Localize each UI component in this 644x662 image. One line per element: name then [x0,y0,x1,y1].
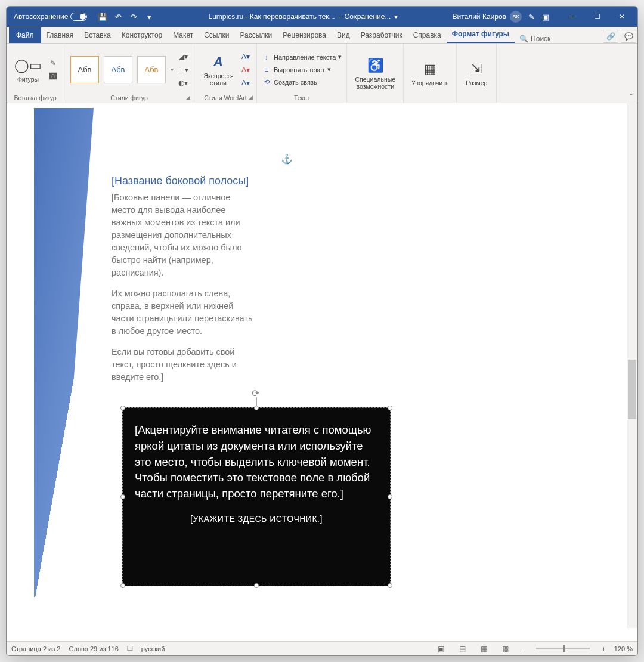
text-direction-button[interactable]: ↕Направление текста ▾ [262,52,342,62]
resize-handle-bm[interactable] [254,583,259,588]
tab-review[interactable]: Рецензирова [277,27,332,43]
textbox-content[interactable]: [Акцентируйте внимание читателя с помощь… [123,408,390,509]
status-page[interactable]: Страница 2 из 2 [11,645,60,652]
tab-file[interactable]: Файл [9,27,41,43]
window-controls: ─ ☐ ✕ [560,8,634,25]
tab-home[interactable]: Главная [41,27,79,43]
sidebar-decoration [34,108,94,597]
arrange-icon: ▦ [420,60,439,79]
express-styles-button[interactable]: A Экспресс-стили [199,49,237,91]
group-text: ↕Направление текста ▾ ≡Выровнять текст ▾… [257,44,347,103]
text-fill-icon[interactable]: A▾ [240,51,252,62]
tab-shape-format[interactable]: Формат фигуры [447,26,515,43]
arrange-button[interactable]: ▦ Упорядочить [408,52,451,94]
anchor-icon: ⚓ [281,153,293,165]
edit-shape-icon[interactable]: ✎ [47,58,59,69]
autosave-toggle[interactable]: Автосохранение [14,13,87,21]
tab-insert[interactable]: Вставка [79,27,116,43]
resize-handle-br[interactable] [388,583,392,588]
shape-style-2[interactable]: Абв [104,56,132,83]
tab-design[interactable]: Конструктор [116,27,168,43]
status-words[interactable]: Слово 29 из 116 [69,645,118,652]
size-icon: ⇲ [467,60,486,79]
scroll-thumb[interactable] [628,360,636,419]
zoom-out-button[interactable]: − [521,645,524,652]
status-bar: Страница 2 из 2 Слово 29 из 116 ❏ русски… [7,641,637,655]
resize-handle-tl[interactable] [120,406,125,410]
web-layout-icon[interactable]: ▩ [499,644,512,654]
wordart-launcher-icon[interactable]: ◢ [249,94,253,100]
proofing-icon[interactable]: ❏ [127,645,133,652]
zoom-in-button[interactable]: + [602,645,605,652]
group-label-text: Текст [262,93,342,101]
zoom-level[interactable]: 120 % [614,645,633,652]
tab-mailings[interactable]: Рассылки [234,27,277,43]
group-accessibility: ♿ Специальные возможности [347,44,404,103]
text-outline-icon[interactable]: A▾ [240,64,252,75]
read-mode-icon[interactable]: ▤ [456,644,469,654]
text-effects-icon[interactable]: A▾ [240,78,252,88]
share-button[interactable]: 🔗 [603,30,618,43]
page[interactable]: ⚓ [Название боковой полосы] [Боковые пан… [23,103,608,641]
zoom-slider[interactable] [536,648,590,649]
shape-effects-icon[interactable]: ◐▾ [177,78,189,88]
shape-styles-more-icon[interactable]: ▾ [171,66,174,73]
redo-icon[interactable]: ↷ [129,12,138,21]
group-label-shape-styles: Стили фигур◢ [69,93,189,101]
resize-handle-mr[interactable] [388,494,392,499]
tab-view[interactable]: Вид [332,27,355,43]
shape-style-3[interactable]: Абв [137,56,166,83]
sidebar-p1[interactable]: [Боковые панели — отличное место для выв… [112,191,255,279]
collapse-ribbon-icon[interactable]: ⌃ [628,92,634,100]
document-area[interactable]: ⚓ [Название боковой полосы] [Боковые пан… [7,103,637,641]
shape-outline-icon[interactable]: ☐▾ [177,64,189,75]
close-button[interactable]: ✕ [610,8,634,25]
sidebar-body[interactable]: [Боковые панели — отличное место для выв… [112,191,255,392]
maximize-button[interactable]: ☐ [585,8,609,25]
shape-fill-icon[interactable]: ◢▾ [177,51,189,62]
resize-handle-ml[interactable] [120,494,125,499]
user-avatar[interactable]: ВК [510,11,522,23]
align-text-button[interactable]: ≡Выровнять текст ▾ [262,64,331,75]
shapes-button[interactable]: ◯▭ Фигуры [11,49,45,91]
user-section[interactable]: Виталий Каиров ВК [452,11,522,23]
tab-developer[interactable]: Разработчик [355,27,408,43]
print-layout-icon[interactable]: ▦ [478,644,491,654]
rotate-handle-line [256,397,257,406]
autosave-switch[interactable] [70,13,87,21]
rotate-handle-icon[interactable]: ⟳ [252,388,261,397]
accessibility-button[interactable]: ♿ Специальные возможности [352,52,398,94]
autosave-label: Автосохранение [14,13,68,21]
resize-handle-tr[interactable] [388,406,392,410]
create-link-button[interactable]: ⟲Создать связь [262,77,317,87]
quick-access-toolbar: 💾 ↶ ↷ ▾ [98,12,154,21]
sidebar-p2[interactable]: Их можно располагать слева, справа, в ве… [112,287,255,338]
size-button[interactable]: ⇲ Размер [462,52,491,94]
ribbon-display-icon[interactable]: ▣ [541,12,550,21]
save-status: Сохранение... [345,13,391,21]
comments-button[interactable]: 💬 [621,30,636,43]
textbox-source[interactable]: [УКАЖИТЕ ЗДЕСЬ ИСТОЧНИК.] [123,514,390,524]
search-icon: 🔍 [519,35,528,43]
focus-mode-icon[interactable]: ▣ [435,644,448,654]
tab-layout[interactable]: Макет [168,27,199,43]
resize-handle-bl[interactable] [120,583,125,588]
tab-help[interactable]: Справка [408,27,447,43]
touch-mode-icon[interactable]: ✎ [527,12,536,21]
save-icon[interactable]: 💾 [98,12,107,21]
search-box[interactable]: 🔍 Поиск [515,35,555,43]
qat-dropdown-icon[interactable]: ▾ [144,12,154,21]
sidebar-title[interactable]: [Название боковой полосы] [112,175,249,187]
resize-handle-tm[interactable] [254,406,259,410]
sidebar-p3[interactable]: Если вы готовы добавить свой текст, прос… [112,346,255,383]
selected-textbox[interactable]: ⟳ [Акцентируйте внимание читателя с помо… [122,407,391,586]
vertical-scrollbar[interactable] [627,103,637,628]
shape-styles-launcher-icon[interactable]: ◢ [186,94,190,100]
undo-icon[interactable]: ↶ [113,12,123,21]
textbox-icon[interactable]: 🅰 [47,71,59,82]
shape-style-1[interactable]: Абв [70,56,99,83]
tab-references[interactable]: Ссылки [199,27,234,43]
minimize-button[interactable]: ─ [560,8,584,25]
group-arrange: ▦ Упорядочить [404,44,457,103]
status-language[interactable]: русский [141,645,165,652]
